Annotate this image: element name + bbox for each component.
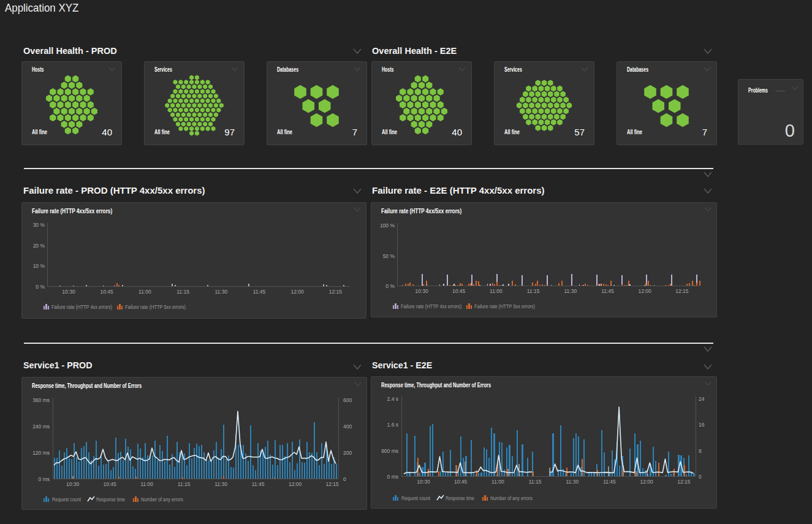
svg-text:12:00: 12:00 (289, 481, 302, 487)
svg-text:1.6 s: 1.6 s (387, 422, 398, 428)
svg-text:Failure rate (HTTP 4xx errors): Failure rate (HTTP 4xx errors) (51, 303, 112, 310)
svg-text:0 %: 0 % (36, 284, 45, 290)
svg-text:11:45: 11:45 (253, 289, 266, 295)
svg-text:Failure rate (HTTP 5xx errors): Failure rate (HTTP 5xx errors) (125, 303, 186, 310)
svg-text:240 ms: 240 ms (32, 423, 50, 430)
svg-text:11:00: 11:00 (138, 289, 151, 295)
svg-text:11:00: 11:00 (491, 479, 504, 485)
svg-text:Request count: Request count (401, 495, 430, 501)
svg-text:10 %: 10 % (33, 263, 45, 269)
svg-text:200: 200 (343, 450, 352, 456)
svg-text:400: 400 (343, 423, 352, 430)
svg-text:11:30: 11:30 (214, 481, 227, 487)
svg-text:Number of any errors: Number of any errors (141, 496, 183, 503)
svg-text:2.4 s: 2.4 s (387, 396, 398, 402)
svg-text:11:15: 11:15 (527, 288, 540, 294)
svg-text:0 ms: 0 ms (387, 474, 398, 480)
svg-text:10:30: 10:30 (62, 289, 75, 295)
svg-text:11:45: 11:45 (601, 288, 614, 294)
svg-text:120 ms: 120 ms (32, 450, 50, 456)
svg-text:50 %: 50 % (383, 253, 395, 259)
svg-text:11:30: 11:30 (566, 479, 579, 485)
svg-text:20 %: 20 % (33, 243, 45, 249)
svg-text:10:45: 10:45 (454, 479, 468, 485)
svg-text:600: 600 (343, 397, 352, 403)
svg-text:12:00: 12:00 (640, 479, 654, 485)
svg-text:12:15: 12:15 (329, 289, 343, 295)
svg-text:Response time: Response time (446, 495, 474, 501)
svg-text:0 %: 0 % (385, 283, 395, 289)
svg-text:10:45: 10:45 (103, 481, 116, 487)
svg-text:11:30: 11:30 (214, 289, 227, 295)
svg-text:10:30: 10:30 (417, 479, 430, 485)
svg-text:0 ms: 0 ms (39, 476, 50, 482)
svg-text:800 ms: 800 ms (381, 448, 398, 454)
svg-text:11:15: 11:15 (176, 289, 189, 295)
svg-text:12:00: 12:00 (291, 289, 305, 295)
svg-text:16: 16 (699, 422, 705, 428)
svg-text:0: 0 (699, 474, 702, 480)
svg-text:Response time: Response time (96, 496, 125, 503)
svg-text:11:45: 11:45 (252, 481, 265, 487)
svg-text:Failure rate (HTTP 5xx errors): Failure rate (HTTP 5xx errors) (474, 303, 535, 309)
svg-text:12:15: 12:15 (325, 481, 339, 487)
svg-text:10:30: 10:30 (415, 288, 428, 294)
svg-text:11:15: 11:15 (178, 481, 191, 487)
svg-text:0: 0 (343, 476, 346, 482)
svg-text:30 %: 30 % (33, 222, 45, 228)
svg-text:Failure rate (HTTP 4xx errors): Failure rate (HTTP 4xx errors) (401, 303, 461, 309)
svg-text:Number of any errors: Number of any errors (490, 495, 533, 501)
svg-text:10:45: 10:45 (452, 288, 466, 294)
svg-text:12:15: 12:15 (677, 479, 691, 485)
svg-text:8: 8 (699, 448, 702, 454)
svg-text:360 ms: 360 ms (32, 397, 50, 403)
svg-text:10:30: 10:30 (66, 481, 80, 487)
svg-text:24: 24 (699, 396, 705, 402)
svg-text:10:45: 10:45 (101, 289, 114, 295)
svg-text:11:00: 11:00 (140, 481, 153, 487)
svg-text:11:30: 11:30 (564, 288, 577, 294)
svg-text:100 %: 100 % (380, 222, 395, 229)
svg-text:11:00: 11:00 (490, 288, 503, 294)
svg-text:12:15: 12:15 (675, 288, 689, 294)
svg-text:11:15: 11:15 (529, 479, 542, 485)
svg-text:12:00: 12:00 (639, 288, 652, 294)
svg-text:11:45: 11:45 (603, 479, 616, 485)
svg-text:Request count: Request count (52, 496, 81, 503)
